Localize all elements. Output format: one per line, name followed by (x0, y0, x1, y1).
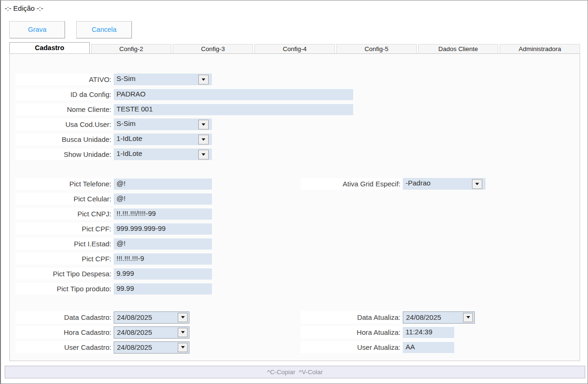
pict-cpf-label: Pict CPF: (15, 255, 114, 263)
dropdown-arrow-icon[interactable] (178, 343, 188, 352)
field-value: 24/08/2025 (117, 328, 152, 336)
field-value: -Padrao (406, 179, 430, 187)
form-row: ID da Config:PADRAO (15, 89, 353, 100)
user-atualiza-label: User Atualiza: (301, 343, 403, 351)
data-cadastro-label: Data Cadastro: (15, 313, 114, 321)
grid-especif-group: Ativa Grid Especif:-Padrao (301, 178, 486, 193)
form-row: Pict Telefone:@! (15, 178, 212, 190)
pict-cpf-input[interactable]: 999.999.999-99 (114, 223, 212, 235)
field-value: 24/08/2025 (117, 313, 152, 321)
form-row: Show Unidade:1-IdLote (15, 148, 212, 160)
field-value: @! (116, 194, 125, 202)
busca-unidade-select[interactable]: 1-IdLote (114, 133, 212, 145)
pict-cpf-input[interactable]: !!!.!!!.!!!-9 (114, 253, 212, 265)
form-row: ATIVO:S-Sim (15, 74, 212, 85)
data-atualiza-select[interactable]: 24/08/2025 (403, 311, 475, 324)
show-unidade-select[interactable]: 1-IdLote (114, 148, 212, 160)
form-row: Nome Cliente:TESTE 001 (15, 103, 353, 115)
field-value: AA (406, 343, 415, 351)
field-value: 99.99 (116, 284, 134, 292)
pict-tipo-produto-input[interactable]: 99.99 (114, 283, 212, 295)
field-value: 1-IdLote (116, 134, 142, 142)
field-value: !!!.!!!.!!!-9 (116, 254, 144, 262)
dropdown-arrow-icon[interactable] (198, 119, 209, 129)
pict-tipo-despesa-input[interactable]: 9.999 (114, 268, 212, 280)
tab-config-5[interactable]: Config-5 (336, 44, 417, 53)
edit-window: -:- Edição -:- GravaCancela CadastroConf… (0, 0, 588, 384)
dropdown-arrow-icon[interactable] (198, 149, 209, 159)
form-row: Pict CPF:!!!.!!!.!!!-9 (15, 253, 212, 265)
field-value: PADRAO (116, 90, 145, 98)
field-value: S-Sim (116, 74, 136, 82)
field-value: TESTE 001 (116, 105, 153, 113)
form-row: Data Atualiza:24/08/2025 (301, 311, 475, 324)
form-row: Pict CNPJ:!!.!!!.!!!/!!!!-99 (15, 208, 212, 220)
pict-tipo-produto-label: Pict Tipo produto: (15, 285, 114, 293)
dropdown-arrow-icon[interactable] (178, 328, 188, 337)
status-bar: ^C-Copiar ^V-Colar (5, 366, 585, 378)
ativa-grid-especif-select[interactable]: -Padrao (403, 178, 486, 190)
user-cadastro-select[interactable]: 24/08/2025 (114, 341, 189, 354)
field-value: !!.!!!.!!!/!!!!-99 (116, 209, 156, 217)
down-triangle-icon (466, 316, 470, 318)
field-value: 1-IdLote (116, 149, 142, 157)
dropdown-arrow-icon[interactable] (472, 179, 482, 189)
down-triangle-icon (181, 316, 185, 318)
down-triangle-icon (202, 138, 205, 140)
tab-config-3[interactable]: Config-3 (173, 44, 253, 53)
down-triangle-icon (181, 331, 185, 333)
tab-administradora[interactable]: Administradora (500, 44, 580, 53)
down-triangle-icon (181, 346, 185, 348)
cancela-button[interactable]: Cancela (76, 21, 132, 38)
tab-dados-cliente[interactable]: Dados Cliente (418, 44, 499, 53)
grava-button[interactable]: Grava (9, 21, 65, 38)
down-triangle-icon (202, 123, 205, 126)
hora-atualiza-label: Hora Atualiza: (301, 328, 403, 336)
pict-telefone-input[interactable]: @! (114, 178, 212, 190)
form-row: Ativa Grid Especif:-Padrao (301, 178, 486, 190)
pict-tipo-despesa-label: Pict Tipo Despesa: (15, 270, 114, 278)
ativo-select[interactable]: S-Sim (114, 74, 212, 85)
id-da-config-input[interactable]: PADRAO (114, 89, 353, 100)
pict-cnpj-input[interactable]: !!.!!!.!!!/!!!!-99 (114, 208, 212, 220)
form-row: Pict Tipo Despesa:9.999 (15, 268, 212, 280)
form-row: Pict CPF:999.999.999-99 (15, 223, 212, 235)
status-bar-text: ^C-Copiar ^V-Colar (267, 369, 323, 376)
pict-telefone-label: Pict Telefone: (15, 180, 114, 188)
field-value: 11:24:39 (406, 328, 432, 336)
tab-config-4[interactable]: Config-4 (254, 44, 335, 53)
nome-cliente-input[interactable]: TESTE 001 (114, 104, 353, 115)
field-value: @! (116, 179, 125, 187)
window-title: -:- Edição -:- (5, 4, 44, 12)
tab-config-2[interactable]: Config-2 (91, 44, 172, 53)
form-row: Hora Atualiza:11:24:39 (301, 326, 454, 339)
dropdown-arrow-icon[interactable] (463, 313, 473, 322)
busca-unidade-label: Busca Unidade: (15, 135, 114, 143)
form-row: Pict I.Estad:@! (15, 238, 212, 250)
data-cadastro-select[interactable]: 24/08/2025 (114, 311, 189, 324)
dropdown-arrow-icon[interactable] (198, 74, 209, 84)
field-value: 9.999 (116, 269, 134, 277)
tab-strip: CadastroConfig-2Config-3Config-4Config-5… (9, 42, 580, 53)
show-unidade-label: Show Unidade: (15, 150, 114, 158)
pict-cnpj-label: Pict CNPJ: (15, 210, 114, 218)
hora-cadastro-select[interactable]: 24/08/2025 (114, 326, 189, 339)
usa-cod-user-select[interactable]: S-Sim (114, 118, 212, 130)
dropdown-arrow-icon[interactable] (178, 313, 188, 322)
pict-cpf-label: Pict CPF: (15, 225, 114, 233)
user-cadastro-label: User Cadastro: (15, 343, 114, 351)
pict-celular-input[interactable]: @! (114, 193, 212, 205)
field-value: S-Sim (116, 119, 136, 127)
down-triangle-icon (202, 78, 205, 81)
tab-cadastro[interactable]: Cadastro (9, 42, 90, 53)
user-atualiza-value: AA (403, 342, 454, 353)
pict-i-estad-input[interactable]: @! (114, 238, 212, 250)
form-row: Busca Unidade:1-IdLote (15, 133, 212, 145)
data-atualiza-label: Data Atualiza: (301, 313, 403, 321)
dropdown-arrow-icon[interactable] (198, 134, 209, 144)
hora-cadastro-label: Hora Cadastro: (15, 328, 114, 336)
field-value: @! (116, 239, 125, 247)
cadastro-dates-group: Data Cadastro:24/08/2025Hora Cadastro:24… (15, 311, 189, 356)
form-row: Pict Tipo produto:99.99 (15, 283, 212, 295)
ativa-grid-especif-label: Ativa Grid Especif: (301, 180, 403, 188)
